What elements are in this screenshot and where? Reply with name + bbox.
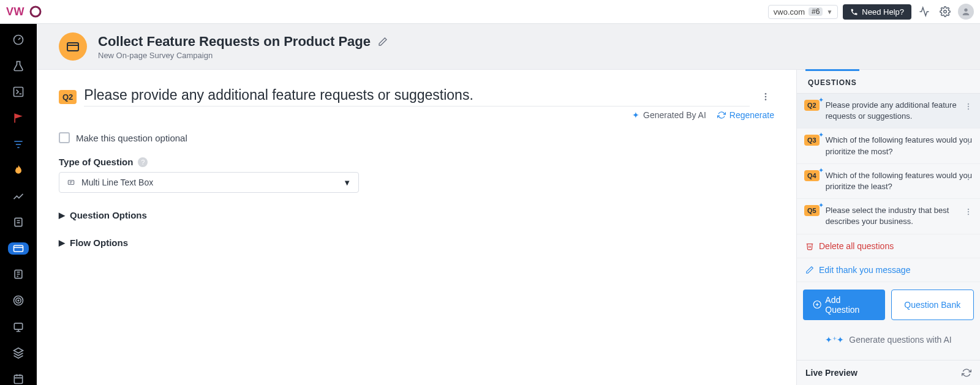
question-list-item[interactable]: Q5 ✦ Please select the industry that bes… <box>797 199 980 234</box>
caret-right-icon: ▶ <box>59 211 65 220</box>
nav-testing[interactable] <box>8 60 29 73</box>
need-help-button[interactable]: Need Help? <box>843 4 911 20</box>
survey-type-icon <box>59 32 87 61</box>
question-type-select[interactable]: Multi Line Text Box ▼ <box>59 172 359 193</box>
nav-goals[interactable] <box>8 294 29 307</box>
question-badge-wrap: Q4 ✦ <box>804 170 820 180</box>
question-number-badge: Q5 <box>804 205 820 216</box>
add-question-button[interactable]: Add Question <box>803 290 885 320</box>
right-panel-tabs: QUESTIONS <box>797 70 980 94</box>
question-item-menu[interactable] <box>960 204 976 220</box>
user-avatar[interactable] <box>958 4 974 20</box>
question-bank-button[interactable]: Question Bank <box>891 290 974 320</box>
left-nav-rail <box>0 24 37 385</box>
nav-deploy[interactable] <box>8 320 29 333</box>
activity-icon[interactable] <box>916 4 932 20</box>
sparkle-icon: ✦ <box>818 96 824 104</box>
edit-title-icon[interactable] <box>378 37 388 47</box>
generated-by-ai-label: ✦ Generated By AI <box>632 110 706 120</box>
help-icon[interactable]: ? <box>138 157 148 167</box>
optional-checkbox-row[interactable]: Make this question optional <box>59 132 774 143</box>
refresh-preview-icon[interactable] <box>962 368 971 378</box>
sparkle-icon: ✦ <box>632 110 639 120</box>
svg-point-20 <box>968 106 969 107</box>
question-badge-wrap: Q2 ✦ <box>804 100 820 110</box>
question-more-menu[interactable] <box>757 88 774 105</box>
flow-options-toggle[interactable]: ▶ Flow Options <box>59 237 774 248</box>
question-text: Which of the following features would yo… <box>826 135 973 157</box>
nav-calendar[interactable] <box>8 373 29 385</box>
nav-heatmap[interactable] <box>8 164 29 177</box>
question-type-value: Multi Line Text Box <box>81 178 153 187</box>
svg-point-23 <box>968 141 969 142</box>
nav-funnel[interactable] <box>8 138 29 151</box>
svg-point-27 <box>968 179 969 180</box>
settings-icon[interactable] <box>937 4 953 20</box>
pencil-icon <box>805 266 814 274</box>
question-badge-wrap: Q3 ✦ <box>804 135 820 144</box>
svg-point-24 <box>968 143 969 144</box>
svg-point-17 <box>765 99 767 100</box>
question-item-menu[interactable] <box>960 169 976 185</box>
sparkle-icon: ✦ <box>818 201 824 209</box>
domain-selector[interactable]: vwo.com #6 ▼ <box>768 5 839 19</box>
svg-rect-7 <box>14 245 23 252</box>
questions-tab[interactable]: QUESTIONS <box>805 69 859 93</box>
chevron-down-icon: ▼ <box>343 178 351 187</box>
edit-thank-you-message[interactable]: Edit thank you message <box>797 258 980 282</box>
generate-with-ai-button[interactable]: ✦⁺✦ Generate questions with AI <box>797 327 980 354</box>
svg-text:VW: VW <box>6 6 24 18</box>
svg-point-28 <box>968 209 969 210</box>
question-text: Which of the following features would yo… <box>826 170 973 192</box>
trash-icon <box>805 242 814 250</box>
svg-point-3 <box>964 9 967 12</box>
svg-point-1 <box>31 7 40 17</box>
question-list-item[interactable]: Q2 ✦ Please provide any additional featu… <box>797 94 980 129</box>
svg-point-21 <box>968 108 969 110</box>
question-editor: Q2 Please provide any additional feature… <box>37 70 796 385</box>
live-preview-header[interactable]: Live Preview <box>797 360 980 385</box>
question-text: Please provide any additional feature re… <box>826 100 973 122</box>
svg-rect-18 <box>68 181 74 185</box>
regenerate-button[interactable]: Regenerate <box>717 110 774 120</box>
plus-circle-icon <box>813 300 821 309</box>
sparkles-icon: ✦⁺✦ <box>825 335 844 345</box>
nav-layers[interactable] <box>8 346 29 359</box>
svg-rect-13 <box>14 375 22 383</box>
svg-point-22 <box>968 138 969 140</box>
nav-forms[interactable] <box>8 268 29 281</box>
refresh-icon <box>717 111 726 119</box>
svg-point-2 <box>944 10 947 13</box>
question-options-toggle[interactable]: ▶ Question Options <box>59 210 774 220</box>
question-number-badge: Q2 <box>804 100 820 111</box>
question-item-menu[interactable] <box>960 99 976 114</box>
nav-dashboard[interactable] <box>8 34 29 47</box>
nav-surveys[interactable] <box>8 242 29 255</box>
svg-point-15 <box>765 93 767 95</box>
right-panel: QUESTIONS Q2 ✦ Please provide any additi… <box>796 70 980 385</box>
nav-analytics[interactable] <box>8 190 29 203</box>
top-bar: VW vwo.com #6 ▼ Need Help? <box>0 0 980 24</box>
question-list-item[interactable]: Q3 ✦ Which of the following features wou… <box>797 129 980 163</box>
question-item-menu[interactable] <box>960 133 976 149</box>
question-list-item[interactable]: Q4 ✦ Which of the following features wou… <box>797 164 980 199</box>
nav-flag[interactable] <box>8 112 29 125</box>
question-list: Q2 ✦ Please provide any additional featu… <box>797 94 980 234</box>
svg-point-26 <box>968 176 969 178</box>
page-subtitle: New On-page Survey Campaign <box>98 51 388 60</box>
caret-right-icon: ▶ <box>59 238 65 247</box>
svg-point-19 <box>968 103 969 105</box>
question-number-badge: Q2 <box>59 90 77 104</box>
sparkle-icon: ✦ <box>818 131 824 139</box>
question-badge-wrap: Q5 ✦ <box>804 205 820 215</box>
svg-point-30 <box>968 214 969 215</box>
svg-point-11 <box>18 300 19 301</box>
question-text-input[interactable]: Please provide any additional feature re… <box>84 87 750 107</box>
vwo-logo[interactable]: VW <box>6 5 42 18</box>
svg-rect-12 <box>14 323 22 329</box>
optional-checkbox[interactable] <box>59 132 70 143</box>
delete-all-questions[interactable]: Delete all questions <box>797 234 980 258</box>
nav-editor[interactable] <box>8 86 29 99</box>
textbox-icon <box>67 178 75 187</box>
nav-pages[interactable] <box>8 216 29 229</box>
